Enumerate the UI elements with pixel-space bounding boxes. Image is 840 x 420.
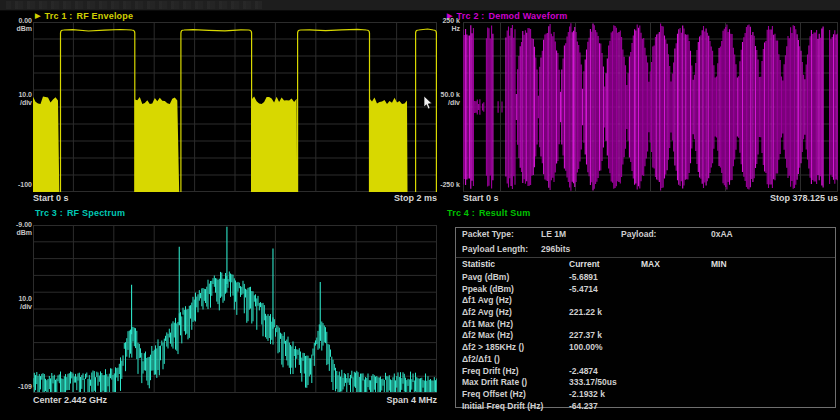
stat-label: Δf1 Max (Hz) <box>462 319 513 329</box>
stat-label: Freq Offset (Hz) <box>462 389 526 399</box>
trc2-y-min-label: -250 k <box>434 181 460 189</box>
table-row: Max Drift Rate () 333.17/50us <box>456 376 835 388</box>
packet-type-value: LE 1M <box>541 229 566 239</box>
trc2-stop-label: Stop 378.125 us <box>770 193 838 203</box>
trc3-y-ref-label: -9.00dBm <box>2 221 32 237</box>
stat-current-value: 221.22 k <box>569 307 602 317</box>
trc3-label: Trc 3 : <box>35 208 63 218</box>
statistic-column-header: Statistic <box>462 259 495 269</box>
trc2-title: Demod Waveform <box>489 11 568 21</box>
stat-label: Δf2 Max (Hz) <box>462 330 513 340</box>
table-row: Pavg (dBm) -5.6891 <box>456 271 835 283</box>
trc1-title: RF Envelope <box>77 11 134 21</box>
trc2-demod-plot[interactable] <box>463 22 838 192</box>
expand-arrow-icon[interactable]: ▶ <box>35 11 41 20</box>
trc1-label: Trc 1 : <box>45 11 73 21</box>
trc4-label: Trc 4 : <box>447 208 475 218</box>
trc3-span-label: Span 4 MHz <box>386 395 437 405</box>
stat-label: Pavg (dBm) <box>462 272 509 282</box>
trc2-y-div-label: 50.0 k/div <box>434 91 460 107</box>
stat-label: Δf2/Δf1 () <box>462 354 500 364</box>
stat-current-value: -5.4714 <box>569 284 598 294</box>
trc2-label: Trc 2 : <box>457 11 485 21</box>
trc3-center-label: Center 2.442 GHz <box>33 395 107 405</box>
payload-value: 0xAA <box>711 229 733 239</box>
table-row: Freq Drift (Hz) -2.4874 <box>456 365 835 377</box>
table-row: Δf2 Avg (Hz) 221.22 k <box>456 306 835 318</box>
payload-length-row: Payload Length: 296bits <box>456 243 835 258</box>
stat-current-value: -64.237 <box>569 401 598 411</box>
stats-header-row: Statistic Current MAX MIN <box>456 258 835 271</box>
table-row: Δf2 Max (Hz) 227.37 k <box>456 329 835 341</box>
stat-current-value: -2.1932 k <box>569 389 605 399</box>
trc1-y-min-label: -100 <box>2 181 32 189</box>
table-row: Δf2 > 185KHz () 100.00% <box>456 341 835 353</box>
trc3-spectrum-plot[interactable] <box>33 225 437 393</box>
max-column-header: MAX <box>641 259 660 269</box>
trc3-x-labels: Center 2.442 GHz Span 4 MHz <box>33 395 437 405</box>
table-row: Initial Freq Drift (Hz) -64.237 <box>456 400 835 412</box>
packet-type-row: Packet Type: LE 1M Payload: 0xAA <box>456 228 835 243</box>
stat-label: Δf2 Avg (Hz) <box>462 307 512 317</box>
stat-label: Max Drift Rate () <box>462 377 527 387</box>
stat-current-value: -2.4874 <box>569 366 598 376</box>
trc4-header[interactable]: Trc 4 : Result Sum <box>447 207 530 218</box>
payload-length-label: Payload Length: <box>462 244 528 254</box>
toolbar-texture <box>6 1 262 9</box>
trc2-header[interactable]: ▶ Trc 2 : Demod Waveform <box>447 10 568 21</box>
payload-length-value: 296bits <box>541 244 570 254</box>
trc1-x-labels: Start 0 s Stop 2 ms <box>33 193 437 203</box>
trc1-y-div-label: 10.0/div <box>2 91 32 107</box>
stat-current-value: -5.6891 <box>569 272 598 282</box>
table-row: Δf2/Δf1 () <box>456 353 835 365</box>
stat-label: Δf1 Avg (Hz) <box>462 295 512 305</box>
stat-label: Initial Freq Drift (Hz) <box>462 401 543 411</box>
trc1-start-label: Start 0 s <box>33 193 69 203</box>
stat-label: Δf2 > 185KHz () <box>462 342 524 352</box>
table-row: Freq Offset (Hz) -2.1932 k <box>456 388 835 400</box>
trc2-start-label: Start 0 s <box>463 193 499 203</box>
trc1-envelope-plot[interactable] <box>33 22 437 192</box>
trc1-header[interactable]: ▶ Trc 1 : RF Envelope <box>35 10 133 21</box>
trc4-title: Result Sum <box>479 208 531 218</box>
table-row: Δf1 Max (Hz) <box>456 318 835 330</box>
stat-current-value: 227.37 k <box>569 330 602 340</box>
trc1-y-ref-label: 0.00dBm <box>2 17 32 33</box>
min-column-header: MIN <box>711 259 727 269</box>
result-summary-table: Packet Type: LE 1M Payload: 0xAA Payload… <box>455 227 836 408</box>
trc3-title: RF Spectrum <box>67 208 125 218</box>
stat-current-value: 100.00% <box>569 342 603 352</box>
packet-type-label: Packet Type: <box>462 229 514 239</box>
table-row: Δf1 Avg (Hz) <box>456 294 835 306</box>
mouse-cursor-icon <box>423 96 433 110</box>
stat-label: Freq Drift (Hz) <box>462 366 519 376</box>
trc2-y-ref-label: 250 kHz <box>434 17 460 33</box>
stat-current-value: 333.17/50us <box>569 377 617 387</box>
trc2-x-labels: Start 0 s Stop 378.125 us <box>463 193 838 203</box>
stats-rows: Pavg (dBm) -5.6891 Ppeak (dBm) -5.4714 Δ… <box>456 271 835 411</box>
trc3-y-div-label: 10.0/div <box>2 295 32 311</box>
current-column-header: Current <box>569 259 600 269</box>
stat-label: Ppeak (dBm) <box>462 284 514 294</box>
trc3-header[interactable]: Trc 3 : RF Spectrum <box>35 207 125 218</box>
trc1-stop-label: Stop 2 ms <box>394 193 437 203</box>
trc3-y-min-label: -109 <box>2 383 32 391</box>
payload-label: Payload: <box>621 229 656 239</box>
table-row: Ppeak (dBm) -5.4714 <box>456 283 835 295</box>
